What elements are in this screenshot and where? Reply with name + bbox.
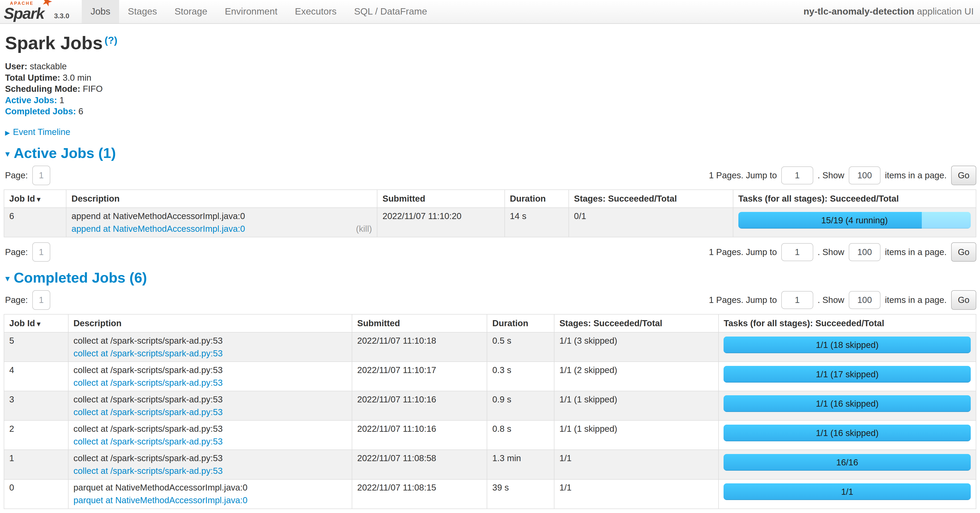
jump-to-page-input[interactable] (781, 291, 813, 309)
job-stages: 1/1 (554, 480, 719, 509)
job-tasks: 16/16 (719, 450, 976, 479)
chevron-right-icon: ▶ (5, 129, 10, 136)
column-stages[interactable]: Stages: Succeeded/Total (569, 190, 733, 208)
tab-stages[interactable]: Stages (119, 0, 165, 23)
jump-to-page-input[interactable] (781, 243, 813, 261)
kill-job-link[interactable]: (kill) (356, 224, 372, 234)
items-per-page-input[interactable] (849, 243, 880, 261)
spark-ui-page: APACHESpark ★ 3.3.0 Jobs Stages Storage … (0, 0, 980, 513)
go-button[interactable]: Go (951, 242, 976, 262)
job-detail-link[interactable]: collect at /spark-scripts/spark-ad.py:53 (73, 437, 223, 446)
column-submitted[interactable]: Submitted (352, 314, 487, 332)
page-input[interactable] (32, 242, 50, 262)
page-title: Spark Jobs(?) (5, 33, 976, 54)
job-description: append at NativeMethodAccessorImpl.java:… (66, 208, 377, 237)
spark-logo[interactable]: APACHESpark ★ 3.3.0 (0, 0, 73, 23)
tab-executors[interactable]: Executors (286, 0, 345, 23)
job-stages: 1/1 (1 skipped) (554, 391, 719, 420)
tasks-progress-bar: 1/1 (17 skipped) (724, 366, 971, 383)
job-submitted: 2022/11/07 11:10:16 (352, 420, 487, 450)
active-jobs-link[interactable]: Active Jobs: (5, 95, 57, 105)
help-link[interactable]: (?) (105, 35, 117, 46)
tasks-progress-bar: 1/1 (16 skipped) (724, 395, 971, 412)
job-description: collect at /spark-scripts/spark-ad.py:53… (68, 332, 352, 362)
job-detail-link[interactable]: collect at /spark-scripts/spark-ad.py:53 (73, 348, 223, 359)
column-tasks[interactable]: Tasks (for all stages): Succeeded/Total (733, 190, 976, 208)
column-submitted[interactable]: Submitted (377, 190, 504, 208)
completed-jobs-heading[interactable]: ▼Completed Jobs (6) (4, 269, 976, 286)
pagination-bar: Page: 1 Pages. Jump to . Show items in a… (4, 242, 976, 262)
job-id: 6 (4, 208, 66, 237)
event-timeline-toggle[interactable]: ▶Event Timeline (5, 127, 976, 137)
job-id: 0 (4, 480, 68, 509)
application-title: ny-tlc-anomaly-detection application UI (803, 0, 980, 23)
job-stages: 1/1 (2 skipped) (554, 362, 719, 391)
job-duration: 0.9 s (487, 391, 554, 420)
items-per-page-input[interactable] (849, 167, 880, 184)
job-row: 3 collect at /spark-scripts/spark-ad.py:… (4, 391, 976, 420)
table-header-row: Job Id▾ Description Submitted Duration S… (4, 314, 976, 332)
job-id: 4 (4, 362, 68, 391)
job-tasks: 15/19 (4 running) (733, 208, 976, 237)
job-duration: 1.3 min (487, 450, 554, 479)
job-submitted: 2022/11/07 11:08:58 (352, 450, 487, 479)
column-job-id[interactable]: Job Id▾ (4, 190, 66, 208)
tasks-progress-bar: 1/1 (724, 483, 971, 500)
job-detail-link[interactable]: collect at /spark-scripts/spark-ad.py:53 (73, 378, 223, 388)
job-submitted: 2022/11/07 11:10:16 (352, 391, 487, 420)
job-submitted: 2022/11/07 11:10:17 (352, 362, 487, 391)
job-id: 1 (4, 450, 68, 479)
go-button[interactable]: Go (951, 166, 976, 185)
column-description[interactable]: Description (66, 190, 377, 208)
completed-jobs-table: Job Id▾ Description Submitted Duration S… (4, 314, 976, 509)
job-stages: 1/1 (554, 450, 719, 479)
active-jobs-heading[interactable]: ▼Active Jobs (1) (4, 145, 976, 161)
job-row: 4 collect at /spark-scripts/spark-ad.py:… (4, 362, 976, 391)
tasks-progress-bar: 1/1 (16 skipped) (724, 425, 971, 442)
application-name: ny-tlc-anomaly-detection (803, 6, 914, 17)
job-row: 1 collect at /spark-scripts/spark-ad.py:… (4, 450, 976, 479)
chevron-down-icon: ▼ (4, 274, 11, 283)
job-row: 0 parquet at NativeMethodAccessorImpl.ja… (4, 480, 976, 509)
tab-environment[interactable]: Environment (216, 0, 286, 23)
job-row: 6 append at NativeMethodAccessorImpl.jav… (4, 208, 976, 237)
pagination-bar: Page: 1 Pages. Jump to . Show items in a… (4, 166, 976, 185)
job-tasks: 1/1 (17 skipped) (719, 362, 976, 391)
column-description[interactable]: Description (68, 314, 352, 332)
job-tasks: 1/1 (719, 480, 976, 509)
navbar: APACHESpark ★ 3.3.0 Jobs Stages Storage … (0, 0, 980, 24)
tab-jobs[interactable]: Jobs (82, 0, 119, 23)
tasks-progress-bar: 1/1 (18 skipped) (724, 337, 971, 353)
go-button[interactable]: Go (951, 290, 976, 310)
tab-storage[interactable]: Storage (165, 0, 216, 23)
nav-tabs: Jobs Stages Storage Environment Executor… (82, 0, 436, 23)
items-per-page-input[interactable] (849, 291, 880, 309)
job-duration: 0.5 s (487, 332, 554, 362)
column-duration[interactable]: Duration (487, 314, 554, 332)
page-input[interactable] (32, 290, 50, 310)
application-title-suffix: application UI (914, 6, 974, 17)
job-detail-link[interactable]: collect at /spark-scripts/spark-ad.py:53 (73, 407, 223, 417)
completed-jobs-link[interactable]: Completed Jobs: (5, 106, 76, 116)
column-job-id[interactable]: Job Id▾ (4, 314, 68, 332)
job-duration: 14 s (505, 208, 569, 237)
tasks-progress-bar: 15/19 (4 running) (738, 212, 971, 229)
job-detail-link[interactable]: append at NativeMethodAccessorImpl.java:… (72, 224, 245, 234)
jump-to-page-input[interactable] (781, 167, 813, 184)
job-duration: 0.3 s (487, 362, 554, 391)
summary-completed-jobs: Completed Jobs: 6 (5, 106, 976, 117)
column-duration[interactable]: Duration (505, 190, 569, 208)
job-duration: 0.8 s (487, 420, 554, 450)
column-tasks[interactable]: Tasks (for all stages): Succeeded/Total (719, 314, 976, 332)
job-row: 2 collect at /spark-scripts/spark-ad.py:… (4, 420, 976, 450)
job-detail-link[interactable]: parquet at NativeMethodAccessorImpl.java… (73, 495, 247, 505)
sort-desc-icon: ▾ (37, 195, 40, 203)
job-detail-link[interactable]: collect at /spark-scripts/spark-ad.py:53 (73, 466, 223, 476)
column-stages[interactable]: Stages: Succeeded/Total (554, 314, 719, 332)
job-id: 3 (4, 391, 68, 420)
page-input[interactable] (32, 166, 50, 185)
tab-sql-dataframe[interactable]: SQL / DataFrame (345, 0, 436, 23)
summary-user: User: stackable (5, 61, 976, 72)
job-summary: User: stackable Total Uptime: 3.0 min Sc… (5, 61, 976, 117)
job-id: 2 (4, 420, 68, 450)
